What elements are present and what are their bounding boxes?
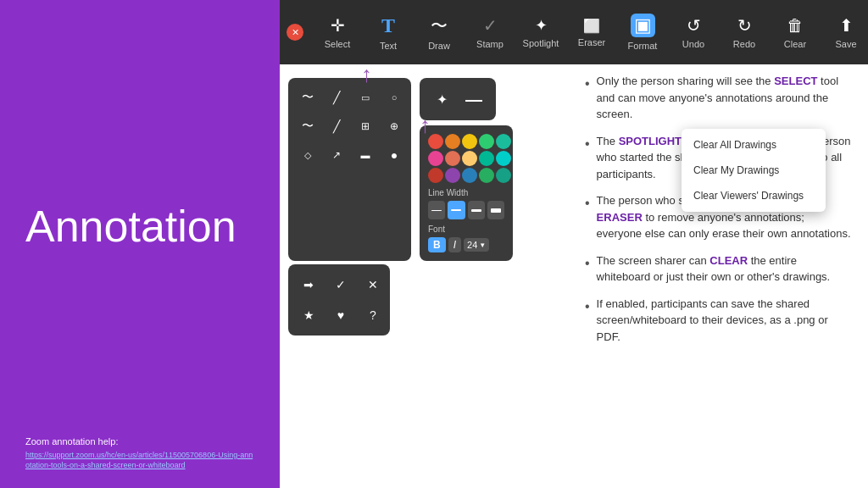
spotlight-btn2[interactable]: — [459, 85, 488, 114]
toolbar-clear[interactable]: 🗑 Clear [770, 9, 821, 56]
spotlight-tools-panel: ✦ — [420, 78, 496, 120]
help-link[interactable]: https://support.zoom.us/hc/en-us/article… [25, 450, 254, 471]
color-panel: Line Width Font B I 24 [420, 125, 513, 261]
bullet-5: • If enabled, participants can save the … [585, 296, 851, 346]
draw-globe[interactable]: ⊕ [381, 114, 407, 139]
highlight-spotlight: SPOTLIGHT [619, 135, 682, 147]
draw-circle[interactable]: ○ [381, 85, 407, 110]
arrow-draw-indicator: ↓ [361, 64, 372, 91]
ui-row1: 〜 ╱ ▭ ○ 〜 ╱ ⊞ ⊕ ◇ ↗ ▬ ● [288, 78, 576, 261]
color-swatch[interactable] [428, 168, 443, 183]
right-tools: ✦ — [420, 78, 513, 261]
text-icon: T [381, 14, 395, 37]
clear-all-drawings[interactable]: Clear All Drawings [682, 132, 826, 158]
bullet-dot: • [585, 297, 590, 317]
line-width-buttons [428, 201, 504, 219]
toolbar-eraser[interactable]: ⬜ Eraser [566, 11, 617, 54]
toolbar-text[interactable]: T Text [363, 8, 414, 58]
toolbar-format[interactable]: ▣ Format [617, 7, 668, 58]
color-grid [428, 134, 504, 183]
color-swatch[interactable] [445, 134, 460, 149]
color-swatch[interactable] [479, 151, 494, 166]
toolbar-stamp[interactable]: ✓ Stamp [465, 8, 515, 56]
toolbar-redo[interactable]: ↻ Redo [719, 8, 770, 56]
text-label: Text [380, 41, 397, 51]
left-panel: Annotation Zoom annotation help: https:/… [0, 0, 280, 488]
toolbar-save[interactable]: ⬆ Save [821, 8, 868, 56]
redo-icon: ↻ [737, 15, 752, 36]
bullet-text-5: If enabled, participants can save the sh… [597, 296, 851, 346]
clear-my-drawings[interactable]: Clear My Drawings [682, 158, 826, 183]
eraser-icon: ⬜ [583, 18, 600, 34]
slide-content: 〜 ╱ ▭ ○ 〜 ╱ ⊞ ⊕ ◇ ↗ ▬ ● [280, 64, 868, 488]
draw-minus[interactable]: ▬ [353, 142, 378, 168]
spotlight-icon: ✦ [535, 16, 548, 35]
stamp-arrow[interactable]: ➡ [295, 271, 322, 298]
select-label: Select [325, 39, 351, 49]
clear-viewers-drawings[interactable]: Clear Viewers' Drawings [682, 183, 826, 208]
redo-label: Redo [733, 39, 755, 49]
color-swatch[interactable] [479, 134, 494, 149]
color-swatch[interactable] [496, 134, 511, 149]
lw-xthick[interactable] [487, 201, 504, 219]
font-italic[interactable]: I [448, 237, 461, 252]
color-swatch[interactable] [445, 168, 460, 183]
font-bold[interactable]: B [428, 237, 446, 252]
color-swatch[interactable] [479, 168, 494, 183]
arrow-stamp-indicator: ↓ [420, 115, 431, 141]
stamp-question[interactable]: ? [359, 302, 387, 329]
format-icon: ▣ [631, 14, 655, 37]
help-section: Zoom annotation help: https://support.zo… [25, 436, 254, 471]
stamp-star[interactable]: ★ [295, 302, 322, 329]
font-size-value: 24 [467, 240, 477, 250]
toolbar-select[interactable]: ✛ Select [312, 8, 363, 56]
draw-wave2[interactable]: 〜 [295, 114, 320, 139]
lw-thin[interactable] [428, 201, 445, 219]
color-swatch[interactable] [462, 134, 477, 149]
bullet-dot: • [585, 253, 590, 274]
draw-line2[interactable]: ╱ [324, 114, 349, 139]
slide-title: Annotation [25, 201, 236, 252]
highlight-clear: CLEAR [709, 254, 748, 267]
lw-medium[interactable] [448, 201, 465, 219]
draw-wave1[interactable]: 〜 [295, 85, 320, 110]
bullet-dot: • [585, 134, 590, 154]
stamp-tools-panel: ➡ ✓ ✕ ★ ♥ ? [288, 264, 390, 336]
clear-dropdown: Clear All Drawings Clear My Drawings Cle… [682, 129, 826, 212]
bullet-text-1: Only the person sharing will see the SEL… [597, 73, 851, 123]
toolbar-draw[interactable]: 〜 Draw [414, 8, 465, 58]
format-label: Format [628, 41, 658, 51]
stamp-x[interactable]: ✕ [359, 271, 387, 298]
stamp-icon: ✓ [483, 15, 498, 36]
draw-label: Draw [428, 41, 450, 51]
draw-arrow[interactable]: ↗ [324, 142, 349, 168]
color-swatch[interactable] [445, 151, 460, 166]
spotlight-btn1[interactable]: ✦ [427, 85, 456, 114]
draw-grid[interactable]: ⊞ [353, 114, 378, 139]
spotlight-label: Spotlight [523, 38, 559, 48]
color-swatch[interactable] [462, 151, 477, 166]
bullet-dot: • [585, 193, 590, 214]
color-swatch[interactable] [428, 151, 443, 166]
draw-line1[interactable]: ╱ [324, 85, 349, 110]
save-label: Save [835, 39, 856, 49]
draw-diamond[interactable]: ◇ [295, 142, 320, 168]
stamp-heart[interactable]: ♥ [327, 302, 354, 329]
font-buttons: B I 24 ▼ [428, 237, 504, 252]
toolbar-spotlight[interactable]: ✦ Spotlight [515, 9, 566, 55]
font-size-selector[interactable]: 24 ▼ [464, 238, 489, 252]
right-panel: ✕ ✛ Select T Text 〜 Draw ✓ Stamp ✦ Spotl… [280, 0, 868, 488]
close-button[interactable]: ✕ [287, 24, 303, 41]
draw-dot[interactable]: ● [381, 142, 407, 168]
stamp-check[interactable]: ✓ [327, 271, 354, 298]
undo-icon: ↺ [687, 15, 701, 36]
toolbar-undo[interactable]: ↺ Undo [668, 8, 719, 56]
clear-icon: 🗑 [787, 16, 804, 36]
color-swatch[interactable] [496, 168, 511, 183]
lw-thick[interactable] [468, 201, 485, 219]
color-swatch[interactable] [462, 168, 477, 183]
select-icon: ✛ [331, 15, 345, 36]
annotation-toolbar: ✕ ✛ Select T Text 〜 Draw ✓ Stamp ✦ Spotl… [280, 0, 868, 64]
ui-mockups: 〜 ╱ ▭ ○ 〜 ╱ ⊞ ⊕ ◇ ↗ ▬ ● [288, 73, 576, 480]
color-swatch[interactable] [496, 151, 511, 166]
